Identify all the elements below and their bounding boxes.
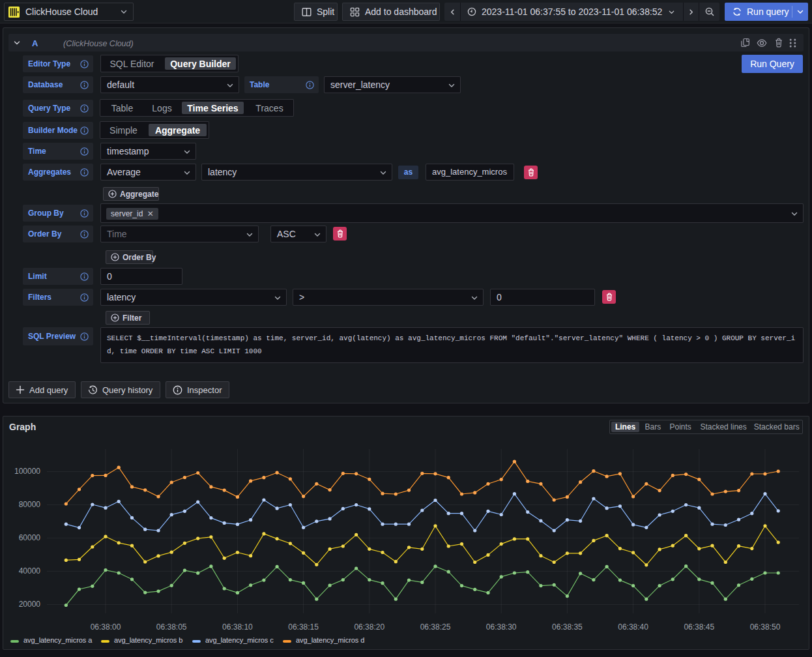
- svg-text:06:38:25: 06:38:25: [420, 622, 451, 632]
- svg-text:06:38:40: 06:38:40: [618, 622, 648, 632]
- svg-text:06:38:10: 06:38:10: [222, 622, 253, 632]
- svg-text:06:38:00: 06:38:00: [91, 622, 121, 632]
- svg-text:06:38:30: 06:38:30: [486, 622, 517, 632]
- svg-text:40000: 40000: [19, 566, 41, 576]
- svg-text:80000: 80000: [19, 500, 41, 509]
- svg-text:06:38:20: 06:38:20: [354, 622, 384, 632]
- svg-text:60000: 60000: [19, 533, 41, 542]
- svg-text:06:38:45: 06:38:45: [684, 622, 714, 632]
- svg-text:20000: 20000: [19, 600, 41, 609]
- svg-text:06:38:05: 06:38:05: [156, 622, 187, 632]
- svg-text:06:38:50: 06:38:50: [750, 622, 781, 632]
- svg-text:100000: 100000: [14, 467, 40, 476]
- svg-text:06:38:15: 06:38:15: [288, 622, 319, 632]
- svg-text:06:38:35: 06:38:35: [552, 622, 583, 632]
